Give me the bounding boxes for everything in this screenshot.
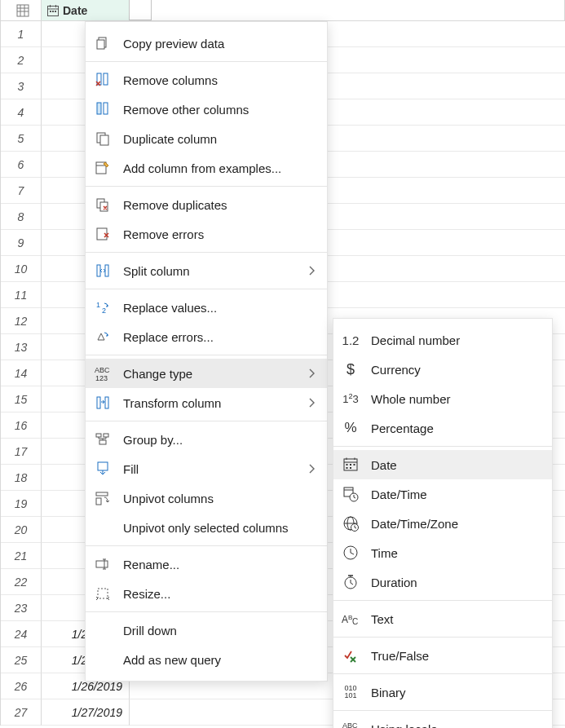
menu-item-resize[interactable]: Resize... (86, 579, 327, 608)
row-number[interactable]: 20 (1, 517, 42, 543)
row-number[interactable]: 3 (1, 73, 42, 99)
row-number[interactable]: 24 (1, 621, 42, 647)
remove-columns-icon (94, 71, 112, 89)
split-column-icon (94, 262, 112, 280)
submenu-item-percentage[interactable]: % Percentage (333, 413, 552, 443)
column-header-date[interactable]: Date (42, 0, 130, 21)
submenu-item-datetime[interactable]: Date/Time (333, 479, 552, 509)
menu-item-label: Split column (123, 264, 307, 278)
menu-item-group-by[interactable]: Group by... (86, 425, 327, 454)
row-number[interactable]: 7 (1, 178, 42, 204)
group-by-icon (94, 430, 112, 448)
menu-item-add-from-examples[interactable]: Add column from examples... (86, 153, 327, 183)
time-icon (342, 544, 360, 562)
row-number[interactable]: 14 (1, 360, 42, 386)
menu-item-label: True/False (371, 649, 541, 663)
menu-item-change-type[interactable]: ABC123 Change type (86, 359, 327, 388)
submenu-item-locale[interactable]: ABC123 Using locale... (333, 714, 552, 728)
submenu-item-date[interactable]: Date (333, 450, 552, 479)
submenu-item-currency[interactable]: $ Currency (333, 355, 552, 384)
submenu-item-decimal[interactable]: 1.2 Decimal number (333, 325, 552, 355)
menu-item-fill[interactable]: Fill (86, 454, 327, 483)
row-number[interactable]: 11 (1, 282, 42, 308)
menu-item-remove-columns[interactable]: Remove columns (86, 65, 327, 95)
row-number[interactable]: 19 (1, 491, 42, 517)
row-number[interactable]: 10 (1, 256, 42, 282)
svg-rect-52 (350, 467, 351, 469)
svg-text:2: 2 (102, 307, 106, 315)
menu-item-label: Copy preview data (123, 37, 316, 51)
row-number[interactable]: 1 (1, 21, 42, 47)
menu-item-label: Unpivot only selected columns (123, 521, 316, 535)
row-number[interactable]: 6 (1, 152, 42, 178)
text-icon: ABC (342, 610, 360, 628)
submenu-change-type: 1.2 Decimal number $ Currency 123 Whole … (333, 318, 553, 728)
svg-text:ABC: ABC (95, 366, 110, 374)
menu-item-remove-duplicates[interactable]: Remove duplicates (86, 190, 327, 219)
menu-item-label: Date/Time (371, 488, 541, 501)
submenu-item-text[interactable]: ABC Text (333, 604, 552, 633)
row-number[interactable]: 9 (1, 230, 42, 256)
fill-icon (94, 460, 112, 478)
svg-rect-13 (97, 40, 104, 49)
submenu-item-time[interactable]: Time (333, 538, 552, 567)
menu-item-replace-errors[interactable]: Replace errors... (86, 322, 327, 351)
row-number[interactable]: 13 (1, 334, 42, 360)
svg-text:A: A (342, 614, 348, 625)
locale-icon: ABC123 (342, 720, 360, 728)
svg-rect-37 (96, 492, 108, 496)
row-number[interactable]: 22 (1, 569, 42, 595)
row-number[interactable]: 27 (1, 699, 42, 726)
menu-item-replace-values[interactable]: 12 Replace values... (86, 293, 327, 322)
cell[interactable]: 1/27/2019 (42, 699, 130, 726)
row-number[interactable]: 25 (1, 647, 42, 673)
row-number[interactable]: 5 (1, 126, 42, 152)
row-number[interactable]: 16 (1, 413, 42, 439)
menu-item-unpivot-columns[interactable]: Unpivot columns (86, 483, 327, 513)
svg-rect-33 (96, 434, 101, 437)
menu-item-add-new-query[interactable]: Add as new query (86, 645, 327, 674)
row-header-corner[interactable] (1, 0, 42, 21)
svg-rect-9 (50, 11, 51, 12)
row-number[interactable]: 21 (1, 543, 42, 569)
svg-rect-34 (104, 434, 108, 437)
datetime-icon (342, 485, 360, 503)
submenu-item-whole[interactable]: 123 Whole number (333, 384, 552, 413)
context-menu: Copy preview data Remove columns Remove … (85, 21, 328, 682)
menu-item-duplicate-column[interactable]: Duplicate column (86, 124, 327, 153)
row-number[interactable]: 18 (1, 465, 42, 491)
submenu-item-truefalse[interactable]: True/False (333, 641, 552, 670)
menu-item-transform-column[interactable]: Transform column (86, 388, 327, 417)
whole-number-icon: 123 (342, 390, 360, 408)
menu-item-copy-preview[interactable]: Copy preview data (86, 29, 327, 58)
row-number[interactable]: 8 (1, 204, 42, 230)
menu-item-label: Whole number (371, 392, 541, 406)
menu-item-remove-errors[interactable]: Remove errors (86, 219, 327, 249)
change-type-icon: ABC123 (94, 364, 112, 382)
submenu-item-datetimezone[interactable]: Date/Time/Zone (333, 509, 552, 538)
menu-item-label: Duplicate column (123, 132, 316, 146)
row-number[interactable]: 4 (1, 99, 42, 126)
datetimezone-icon (342, 514, 360, 532)
menu-item-label: Transform column (123, 396, 307, 410)
menu-item-unpivot-selected[interactable]: Unpivot only selected columns (86, 513, 327, 542)
menu-item-label: Percentage (371, 421, 541, 435)
menu-item-drill-down[interactable]: Drill down (86, 615, 327, 645)
row-number[interactable]: 2 (1, 47, 42, 73)
menu-item-rename[interactable]: Rename... (86, 549, 327, 579)
menu-item-remove-other-columns[interactable]: Remove other columns (86, 95, 327, 124)
row-number[interactable]: 17 (1, 439, 42, 465)
row-number[interactable]: 23 (1, 595, 42, 621)
menu-item-label: Replace errors... (123, 330, 316, 344)
menu-item-label: Replace values... (123, 301, 316, 315)
row-number[interactable]: 15 (1, 386, 42, 413)
submenu-item-duration[interactable]: Duration (333, 567, 552, 597)
submenu-item-binary[interactable]: 010101 Binary (333, 677, 552, 707)
blank-icon (94, 518, 112, 536)
replace-errors-icon (94, 328, 112, 346)
row-number[interactable]: 26 (1, 673, 42, 699)
menu-item-label: Remove errors (123, 227, 316, 241)
menu-item-split-column[interactable]: Split column (86, 256, 327, 285)
date-icon (342, 456, 360, 474)
row-number[interactable]: 12 (1, 308, 42, 334)
